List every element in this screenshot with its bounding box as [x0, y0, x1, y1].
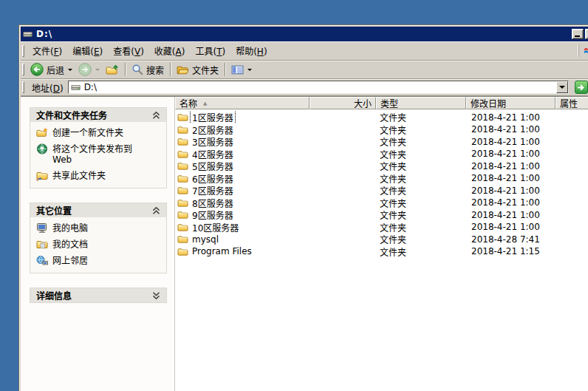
- menu-item-a[interactable]: 收藏(A): [149, 42, 191, 59]
- file-type: 文件夹: [376, 148, 466, 160]
- file-type: 文件夹: [376, 197, 466, 209]
- search-button[interactable]: 搜索: [129, 63, 167, 77]
- file-row[interactable]: 3区服务器 文件夹 2018-4-21 1:00: [175, 135, 588, 148]
- sidebar-item-my-computer[interactable]: 我的电脑: [36, 223, 162, 234]
- file-date: 2018-4-21 1:00: [466, 137, 555, 147]
- views-button[interactable]: [228, 64, 255, 76]
- chevron-double-down-icon: [152, 292, 160, 299]
- folder-icon: [177, 198, 188, 208]
- address-label: 地址(D): [30, 81, 66, 94]
- address-input[interactable]: D:\: [68, 81, 569, 94]
- column-header-attr[interactable]: 属性: [555, 97, 588, 109]
- menu-item-v[interactable]: 查看(V): [108, 42, 149, 59]
- file-name: 3区服务器: [191, 135, 235, 148]
- address-bar: 地址(D) D:\ 转到: [21, 79, 588, 96]
- toolbar-separator: [125, 63, 126, 76]
- menubar-grip[interactable]: [22, 45, 24, 57]
- file-type: 文件夹: [376, 208, 466, 221]
- back-button[interactable]: 后退: [27, 62, 75, 77]
- file-name: 8区服务器: [191, 197, 235, 209]
- column-headers: 名称 ▲ 大小 类型 修改日期 属性: [175, 97, 588, 109]
- menu-item-h[interactable]: 帮助(H): [230, 42, 272, 59]
- folder-icon: [177, 125, 188, 135]
- sidebar-item-network-places[interactable]: 网上邻居: [36, 256, 162, 266]
- file-row[interactable]: 5区服务器 文件夹 2018-4-21 1:00: [175, 160, 588, 172]
- toolbar-separator: [170, 63, 171, 76]
- new-folder-icon: [36, 127, 48, 138]
- file-date: 2018-4-21 1:00: [466, 161, 555, 171]
- sidebar-section-header[interactable]: 详细信息: [30, 288, 166, 302]
- file-type: 文件夹: [376, 160, 466, 172]
- sidebar-section: 文件和文件夹任务 创建一个新文件夹 将这个文件夹发布到Web 共享此文件夹: [30, 107, 167, 188]
- file-row[interactable]: 2区服务器 文件夹 2018-4-21 1:00: [175, 123, 588, 136]
- file-type: 文件夹: [376, 233, 466, 245]
- file-name: mysql: [191, 234, 220, 245]
- file-date: 2018-4-21 1:00: [466, 124, 555, 135]
- file-row[interactable]: 8区服务器 文件夹 2018-4-21 1:00: [175, 197, 588, 209]
- sidebar-section: 详细信息: [30, 288, 167, 303]
- folders-button[interactable]: 文件夹: [174, 63, 222, 77]
- file-date: 2018-4-21 1:00: [466, 210, 555, 220]
- toolbar-grip[interactable]: [22, 64, 24, 75]
- file-name: 4区服务器: [191, 148, 235, 160]
- file-row[interactable]: 7区服务器 文件夹 2018-4-21 1:00: [175, 184, 588, 197]
- toolbar: 后退 搜索 文件夹: [21, 61, 588, 79]
- sidebar-item-new-folder[interactable]: 创建一个新文件夹: [36, 128, 162, 138]
- file-row[interactable]: mysql 文件夹 2018-4-28 7:41: [175, 233, 588, 245]
- sidebar-item-publish-web[interactable]: 将这个文件夹发布到Web: [36, 144, 162, 165]
- folder-icon: [177, 186, 188, 195]
- file-name: 9区服务器: [191, 208, 235, 221]
- column-header-type[interactable]: 类型: [376, 97, 466, 109]
- address-value: D:\: [84, 82, 97, 92]
- menu-item-e[interactable]: 编辑(E): [67, 42, 108, 59]
- addressbar-grip[interactable]: [22, 81, 24, 93]
- sidebar-item-share-folder[interactable]: 共享此文件夹: [36, 171, 162, 181]
- file-name: Program Files: [191, 246, 253, 256]
- window-controls: [572, 29, 588, 39]
- file-row[interactable]: 4区服务器 文件夹 2018-4-21 1:00: [175, 148, 588, 160]
- file-date: 2018-4-21 1:00: [466, 149, 555, 159]
- file-row[interactable]: 6区服务器 文件夹 2018-4-21 1:00: [175, 172, 588, 185]
- back-icon: [30, 63, 44, 76]
- search-label: 搜索: [146, 64, 164, 76]
- folder-icon: [177, 222, 188, 232]
- column-header-size[interactable]: 大小: [310, 97, 376, 109]
- folder-icon: [177, 161, 188, 171]
- file-row[interactable]: 9区服务器 文件夹 2018-4-21 1:00: [175, 208, 588, 221]
- chevron-double-up-icon: [152, 207, 160, 214]
- folder-icon: [177, 247, 188, 256]
- address-dropdown-button[interactable]: [556, 81, 568, 93]
- column-header-name[interactable]: 名称 ▲: [175, 97, 310, 109]
- drive-icon: [70, 83, 81, 92]
- sidebar-section-header[interactable]: 其它位置: [30, 203, 166, 217]
- forward-icon: [78, 63, 92, 76]
- file-date: 2018-4-21 1:00: [466, 112, 555, 123]
- menu-item-t[interactable]: 工具(T): [190, 42, 230, 59]
- minimize-button[interactable]: [572, 29, 584, 39]
- back-label: 后退: [47, 64, 64, 76]
- file-rows: 1区服务器 文件夹 2018-4-21 1:00 2区服务器 文件夹 2018-…: [175, 109, 588, 257]
- file-row[interactable]: 10区服务器 文件夹 2018-4-21 1:00: [175, 221, 588, 234]
- menu-item-f[interactable]: 文件(F): [27, 42, 67, 59]
- folder-icon: [177, 174, 188, 183]
- folders-icon: [177, 64, 189, 75]
- file-name: 7区服务器: [191, 184, 235, 197]
- publish-web-icon: [36, 143, 48, 154]
- go-button[interactable]: [575, 81, 588, 94]
- up-button[interactable]: [103, 63, 122, 76]
- file-name: 10区服务器: [191, 221, 240, 234]
- forward-button[interactable]: [75, 62, 103, 77]
- maximize-button[interactable]: [585, 29, 588, 39]
- folder-icon: [177, 234, 188, 244]
- title-bar[interactable]: D:\: [21, 27, 588, 41]
- share-folder-icon: [36, 170, 48, 181]
- up-folder-icon: [106, 64, 119, 75]
- sidebar-section-header[interactable]: 文件和文件夹任务: [30, 108, 166, 122]
- file-row[interactable]: 1区服务器 文件夹 2018-4-21 1:00: [175, 111, 588, 123]
- column-header-date[interactable]: 修改日期: [466, 97, 555, 109]
- sidebar-item-my-documents[interactable]: 我的文档: [36, 239, 162, 250]
- file-row[interactable]: Program Files 文件夹 2018-4-21 1:15: [175, 245, 588, 258]
- sort-ascending-icon: ▲: [203, 101, 207, 106]
- folder-icon: [177, 149, 188, 159]
- sidebar: 文件和文件夹任务 创建一个新文件夹 将这个文件夹发布到Web 共享此文件夹 其它…: [21, 97, 175, 391]
